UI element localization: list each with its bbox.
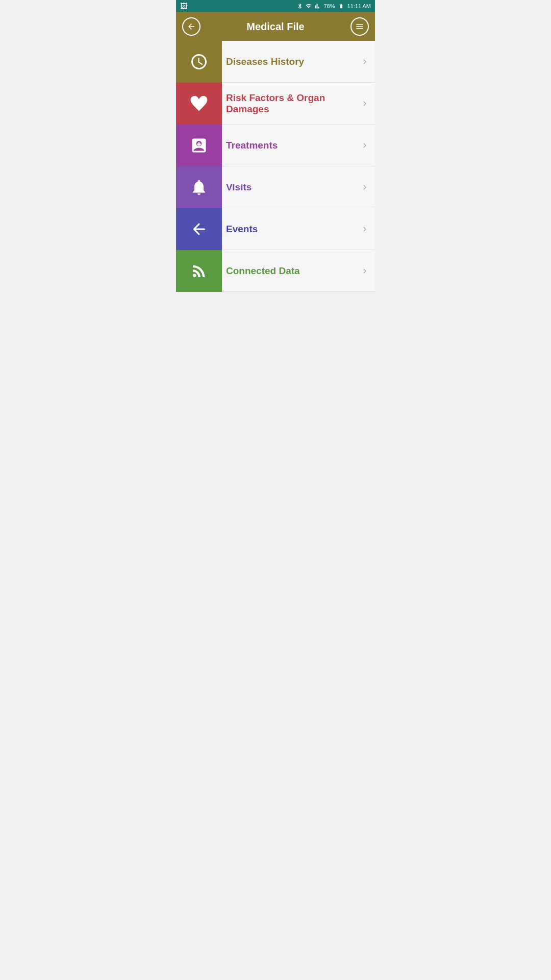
status-right: 78% 11:11 AM	[297, 3, 371, 9]
hamburger-icon	[355, 22, 364, 31]
rss-icon	[190, 262, 208, 280]
heart-broken-icon	[190, 94, 208, 113]
bell-icon	[190, 178, 208, 197]
visits-chevron	[355, 183, 375, 192]
menu-item-events[interactable]: Events	[176, 208, 375, 250]
menu-list: Diseases History Risk Factors & Organ Da…	[176, 41, 375, 353]
diseases-label: Diseases History	[222, 56, 355, 67]
clock-icon	[190, 53, 208, 71]
connected-label: Connected Data	[222, 265, 355, 277]
battery-percentage: 78%	[323, 3, 335, 9]
signal-icon	[314, 3, 321, 9]
status-bar: 🖼 78% 11:11 AM	[176, 0, 375, 12]
events-chevron	[355, 225, 375, 234]
time-display: 11:11 AM	[347, 3, 371, 9]
menu-item-connected[interactable]: Connected Data	[176, 250, 375, 292]
screen: 🖼 78% 11:11 AM	[176, 0, 375, 353]
connected-chevron	[355, 266, 375, 276]
menu-item-visits[interactable]: Visits	[176, 166, 375, 208]
menu-item-treatments[interactable]: Treatments	[176, 125, 375, 166]
arrow-icon	[190, 220, 208, 238]
risk-label: Risk Factors & Organ Damages	[222, 92, 355, 115]
treatments-icon-box	[176, 125, 222, 166]
battery-icon	[337, 4, 345, 9]
medical-briefcase-icon	[190, 136, 208, 155]
bluetooth-icon	[297, 3, 303, 9]
diseases-icon-box	[176, 41, 222, 83]
events-label: Events	[222, 224, 355, 235]
risk-chevron	[355, 99, 375, 108]
wifi-icon	[305, 3, 312, 9]
visits-label: Visits	[222, 182, 355, 193]
treatments-label: Treatments	[222, 140, 355, 151]
menu-item-diseases[interactable]: Diseases History	[176, 41, 375, 83]
status-left: 🖼	[180, 2, 187, 10]
app-header: Medical File	[176, 12, 375, 41]
back-icon	[187, 22, 196, 31]
menu-item-risk[interactable]: Risk Factors & Organ Damages	[176, 83, 375, 125]
diseases-chevron	[355, 57, 375, 66]
treatments-chevron	[355, 141, 375, 150]
risk-icon-box	[176, 83, 222, 125]
events-icon-box	[176, 208, 222, 250]
visits-icon-box	[176, 166, 222, 208]
photo-icon: 🖼	[180, 2, 187, 10]
connected-icon-box	[176, 250, 222, 292]
page-title: Medical File	[246, 21, 304, 33]
menu-button[interactable]	[350, 17, 369, 36]
back-button[interactable]	[182, 17, 201, 36]
